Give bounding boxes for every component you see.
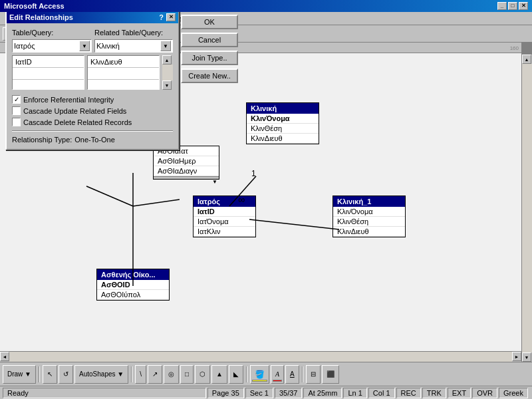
scroll-track-v[interactable] — [522, 64, 532, 352]
field-scroll-down[interactable]: ▼ — [162, 80, 172, 90]
left-table-value: Ιατρός — [14, 42, 79, 50]
autoshapes-button[interactable]: AutoShapes ▼ — [74, 365, 128, 384]
table-query-label: Table/Query: — [12, 29, 92, 37]
field-kliniki1-dievth: ΚλινΔιευθ — [333, 227, 405, 237]
line-tool[interactable]: \ — [135, 365, 146, 384]
arrow-tool2[interactable]: ↗ — [148, 365, 162, 384]
field-mapping-area: ΙατID ΚλινΔιευθ ▲ ▼ — [12, 55, 173, 90]
field-iatklyn: ΙατΚλιν — [194, 227, 255, 237]
table-scroll-bottom: ▼ — [154, 176, 219, 179]
bottom-sep2 — [131, 366, 132, 382]
field-asthiadiagn: ΑσΘΙαΔιαγν — [154, 166, 219, 176]
ok-button[interactable]: OK — [181, 15, 238, 29]
cylinder-tool[interactable]: ◎ — [164, 365, 179, 384]
dialog-close-button[interactable]: ✕ — [166, 13, 176, 21]
scroll-track-h[interactable] — [9, 352, 512, 362]
left-field-list[interactable]: ΙατID — [12, 55, 84, 90]
table-kliniki: Κλινική ΚλινΌνομα ΚλινΘέση ΚλινΔιευθ — [246, 102, 319, 144]
cascade-delete-row: Cascade Delete Related Records — [12, 118, 173, 126]
status-page: Page 35 — [207, 388, 244, 398]
cascade-update-label: Cascade Update Related Fields — [23, 107, 126, 115]
close-button[interactable]: ✕ — [519, 2, 528, 10]
table-asthenes-oiko: Ασθενής Οίκο... ΑσΘΟID ΑσΘΟΙύπολ — [96, 269, 170, 301]
create-new-button[interactable]: Create New.. — [181, 68, 238, 83]
draw-button[interactable]: Draw ▼ — [3, 365, 36, 384]
right-table-combo[interactable]: Κλινική ▼ — [94, 39, 173, 53]
left-table-combo[interactable]: Ιατρός ▼ — [12, 39, 92, 53]
status-at: At 25mm — [303, 388, 342, 398]
left-field-cell2 — [13, 68, 84, 80]
svg-text:1: 1 — [251, 169, 256, 178]
vertical-scrollbar[interactable]: ▲ ▼ — [521, 55, 532, 362]
font-color-btn[interactable]: A — [285, 365, 299, 384]
app-title: Microsoft Access — [4, 2, 65, 10]
scroll-down-button[interactable]: ▼ — [522, 352, 531, 362]
arrow-tool[interactable]: ↖ — [43, 365, 57, 384]
status-bar: Ready Page 35 Sec 1 35/37 At 25mm Ln 1 C… — [0, 386, 532, 399]
rect-tool[interactable]: □ — [180, 365, 194, 384]
dialog-buttons-panel: OK Cancel Join Type.. Create New.. — [181, 15, 238, 83]
join-type-button[interactable]: Join Type.. — [181, 51, 238, 65]
enforce-integrity-row: ✓ Enforce Referential Integrity — [12, 95, 173, 104]
left-field-cell: ΙατID — [13, 56, 84, 68]
dialog-help-icon[interactable]: ? — [159, 13, 164, 21]
status-trk: TRK — [422, 388, 446, 398]
svg-line-6 — [133, 200, 180, 206]
shadow-btn[interactable]: ⊟ — [306, 365, 321, 384]
shape-tool3[interactable]: ◣ — [229, 365, 243, 384]
outer-title-bar: Microsoft Access _ □ ✕ — [0, 0, 532, 12]
dialog-title-text: Edit Relationships — [9, 13, 73, 21]
cascade-update-row: Cascade Update Related Fields — [12, 106, 173, 115]
shape-tool1[interactable]: ⬡ — [195, 365, 210, 384]
autoshapes-label: AutoShapes ▼ — [79, 370, 124, 378]
status-ovr: OVR — [472, 388, 497, 398]
bottom-sep1 — [39, 366, 40, 382]
dialog-title-buttons: ? ✕ — [159, 13, 176, 21]
draw-label: Draw ▼ — [7, 370, 31, 378]
left-table-arrow[interactable]: ▼ — [79, 41, 90, 51]
status-ready: Ready — [3, 388, 206, 398]
field-kliniki1-ovima: ΚλινΌνομα — [333, 207, 405, 217]
table-kliniki-title: Κλινική — [247, 103, 319, 114]
field-iatovima: ΙατΌνομα — [194, 217, 255, 227]
cancel-button[interactable]: Cancel — [181, 33, 238, 47]
dialog-separator — [12, 130, 173, 132]
field-scroll-up[interactable]: ▲ — [162, 55, 172, 65]
scroll-up-button[interactable]: ▲ — [522, 55, 531, 64]
rel-type-value: One-To-One — [74, 136, 115, 144]
svg-line-3 — [249, 219, 339, 229]
minimize-button[interactable]: _ — [497, 2, 507, 10]
right-field-list[interactable]: ΚλινΔιευθ — [87, 55, 160, 90]
cascade-delete-checkbox[interactable] — [12, 118, 21, 126]
3d-btn[interactable]: ⬛ — [322, 365, 339, 384]
bottom-sep4 — [302, 366, 303, 382]
fill-color-btn[interactable]: 🪣 — [250, 365, 269, 384]
combo-row: Ιατρός ▼ Κλινική ▼ — [12, 39, 173, 53]
cascade-update-checkbox[interactable] — [12, 106, 21, 115]
enforce-integrity-checkbox[interactable]: ✓ — [12, 95, 21, 104]
right-table-value: Κλινική — [96, 42, 160, 50]
main-window: Microsoft Access _ □ ✕ File Edit View In… — [0, 0, 532, 399]
field-klinovima: ΚλινΌνομα — [247, 114, 319, 124]
field-iatid: ΙατID — [194, 207, 255, 217]
rotate-tool[interactable]: ↺ — [59, 365, 73, 384]
scroll-left-button[interactable]: ◄ — [0, 352, 9, 361]
horizontal-scrollbar[interactable]: ◄ ► — [0, 351, 521, 362]
maximize-button[interactable]: □ — [508, 2, 517, 10]
field-klindievth: ΚλινΔιευθ — [247, 134, 319, 144]
table-asthenes-oiko-title: Ασθενής Οίκο... — [97, 269, 169, 280]
scroll-right-button[interactable]: ► — [512, 352, 521, 361]
right-table-arrow[interactable]: ▼ — [160, 41, 171, 51]
status-rec: REC — [396, 388, 421, 398]
shape-tool2[interactable]: ▲ — [211, 365, 227, 384]
field-scrollbar: ▲ ▼ — [162, 55, 173, 90]
table-asthenes-inner: ΑσΘΙαΙατ ΑσΘΙαΗμερ ΑσΘΙαΔιαγν ▼ — [153, 146, 219, 180]
status-lang: Greek — [499, 388, 528, 398]
cascade-delete-label: Cascade Delete Related Records — [23, 118, 132, 126]
line-color-btn[interactable]: A — [271, 365, 284, 384]
enforce-integrity-label: Enforce Referential Integrity — [23, 96, 114, 104]
edit-relationships-dialog: Edit Relationships ? ✕ Table/Query: Rela… — [5, 10, 180, 150]
field-kliniki1-thesi: ΚλινΘέση — [333, 217, 405, 227]
outer-title-buttons: _ □ ✕ — [497, 2, 528, 10]
status-ext: EXT — [448, 388, 471, 398]
